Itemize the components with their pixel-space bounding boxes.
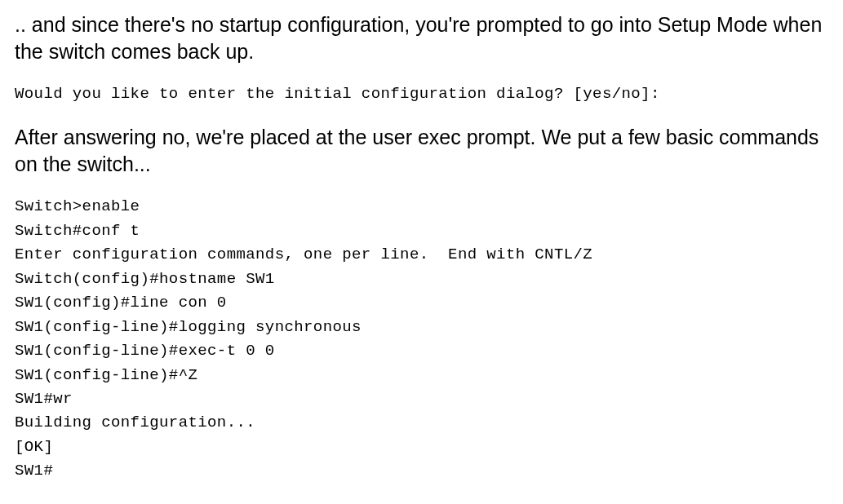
explanation-paragraph: After answering no, we're placed at the … xyxy=(15,124,828,177)
intro-paragraph: .. and since there's no startup configur… xyxy=(15,11,828,64)
terminal-output: Switch>enable Switch#conf t Enter config… xyxy=(15,195,828,483)
setup-dialog-prompt: Would you like to enter the initial conf… xyxy=(15,82,828,106)
